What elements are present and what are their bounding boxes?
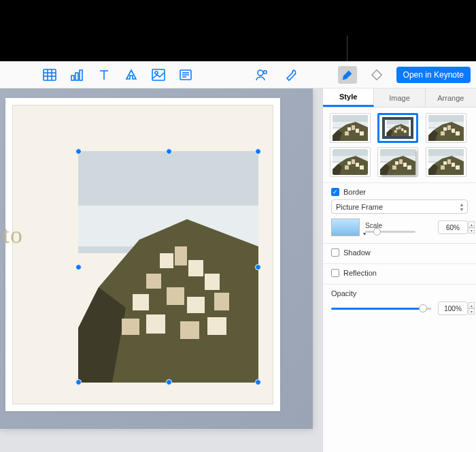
tab-style[interactable]: Style [323, 88, 374, 107]
format-icon[interactable] [338, 66, 357, 84]
tab-arrange[interactable]: Arrange [426, 88, 476, 107]
svg-rect-39 [205, 274, 220, 290]
resize-handle[interactable] [255, 379, 261, 385]
svg-point-21 [155, 71, 158, 74]
svg-marker-19 [126, 70, 136, 79]
title-placeholder-text: ck to [0, 221, 23, 249]
slide-canvas[interactable]: ck to edit [0, 88, 322, 452]
svg-rect-38 [146, 274, 161, 289]
svg-rect-35 [160, 253, 173, 268]
opacity-value-field[interactable]: 100% ▴▾ [438, 302, 468, 315]
comment-icon[interactable] [178, 67, 193, 82]
svg-rect-41 [167, 287, 184, 305]
reflection-checkbox[interactable] [331, 269, 339, 277]
svg-rect-16 [80, 70, 82, 80]
resize-handle[interactable] [75, 264, 82, 270]
resize-handle[interactable] [75, 379, 82, 385]
top-black-band [0, 0, 476, 61]
tools-icon[interactable] [284, 67, 299, 82]
image-style-thumb[interactable] [330, 147, 371, 177]
collaborate-icon[interactable] [254, 67, 269, 82]
chart-icon[interactable] [69, 67, 84, 82]
opacity-label: Opacity [331, 289, 468, 297]
svg-rect-14 [71, 76, 74, 80]
format-inspector: Style Image Arrange Border Picture Frame… [322, 88, 476, 452]
image-style-thumb[interactable] [426, 147, 466, 177]
svg-rect-44 [122, 319, 139, 335]
shadow-label: Shadow [343, 248, 371, 257]
svg-marker-30 [371, 69, 381, 79]
image-style-thumb[interactable] [377, 147, 418, 177]
border-label: Border [343, 188, 366, 196]
resize-handle[interactable] [166, 148, 172, 155]
image-style-thumb[interactable] [330, 113, 371, 143]
svg-rect-47 [207, 317, 226, 335]
image-style-thumb[interactable] [377, 113, 418, 143]
scale-stepper[interactable]: ▴▾ [469, 221, 475, 233]
open-in-keynote-button[interactable]: Open in Keynote [396, 67, 471, 83]
callout-pointer-line [347, 35, 347, 61]
shape-icon[interactable] [124, 67, 139, 82]
border-type-select[interactable]: Picture Frame ▴▾ [331, 199, 468, 214]
media-icon[interactable] [151, 67, 166, 82]
svg-rect-9 [44, 69, 56, 80]
border-checkbox[interactable] [331, 188, 339, 196]
opacity-stepper[interactable]: ▴▾ [469, 302, 475, 314]
chevron-updown-icon: ▴▾ [460, 202, 463, 212]
svg-point-26 [258, 70, 263, 76]
frame-swatch[interactable] [331, 219, 360, 236]
image-style-thumb[interactable] [426, 113, 466, 143]
opacity-slider[interactable] [331, 308, 431, 310]
svg-rect-15 [75, 73, 78, 80]
svg-rect-36 [175, 246, 187, 265]
toolbar: Open in Keynote [0, 61, 476, 88]
resize-handle[interactable] [75, 148, 82, 155]
svg-rect-45 [146, 314, 165, 334]
svg-rect-43 [214, 293, 229, 310]
animate-icon[interactable] [369, 67, 384, 82]
svg-rect-20 [152, 69, 165, 80]
scale-value-field[interactable]: 60% ▴▾ [438, 221, 468, 234]
resize-handle[interactable] [166, 379, 172, 385]
image-styles-grid [323, 108, 476, 182]
tab-image[interactable]: Image [374, 88, 425, 107]
svg-rect-46 [180, 321, 199, 339]
selected-image[interactable] [78, 151, 258, 383]
reflection-label: Reflection [343, 269, 377, 277]
shadow-checkbox[interactable] [331, 248, 339, 257]
text-icon[interactable] [97, 67, 112, 82]
scale-slider[interactable] [365, 231, 415, 233]
resize-handle[interactable] [255, 264, 261, 270]
table-icon[interactable] [42, 67, 57, 82]
svg-rect-37 [188, 260, 203, 276]
svg-rect-42 [187, 297, 205, 313]
svg-rect-40 [133, 294, 149, 310]
resize-handle[interactable] [255, 148, 261, 155]
